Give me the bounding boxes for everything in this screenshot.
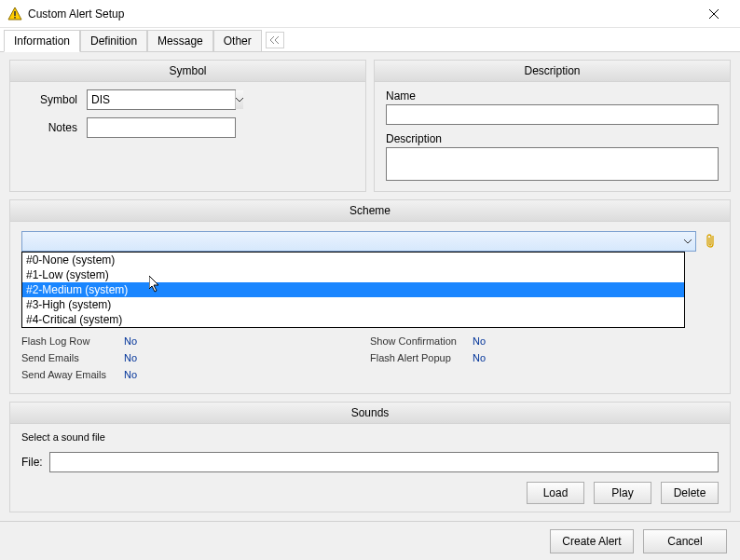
symbol-panel: Symbol Symbol Notes bbox=[9, 60, 366, 192]
delete-button[interactable]: Delete bbox=[661, 482, 719, 504]
symbol-combo[interactable] bbox=[87, 89, 236, 110]
tab-other[interactable]: Other bbox=[213, 30, 262, 51]
description-panel-title: Description bbox=[375, 61, 730, 82]
alert-icon bbox=[7, 7, 22, 21]
dialog-footer: Create Alert Cancel bbox=[0, 521, 740, 560]
play-button[interactable]: Play bbox=[594, 482, 651, 504]
sounds-panel: Sounds Select a sound file File: Load Pl… bbox=[9, 402, 731, 512]
sounds-hint: Select a sound file bbox=[21, 431, 719, 443]
prop-label: Show Confirmation bbox=[370, 335, 473, 347]
svg-rect-2 bbox=[14, 17, 16, 19]
close-button[interactable] bbox=[695, 0, 733, 28]
name-input[interactable] bbox=[386, 104, 719, 125]
window-title: Custom Alert Setup bbox=[28, 7, 695, 20]
scheme-option-0[interactable]: #0-None (system) bbox=[22, 253, 684, 267]
attachment-icon[interactable] bbox=[704, 231, 719, 252]
tab-bar: Information Definition Message Other bbox=[0, 28, 740, 52]
description-panel: Description Name Description bbox=[374, 60, 731, 192]
svg-rect-1 bbox=[14, 11, 16, 16]
prop-value: No bbox=[124, 352, 137, 363]
chevron-down-icon[interactable] bbox=[235, 90, 243, 109]
prop-value: No bbox=[124, 335, 137, 347]
window: Custom Alert Setup Information Definitio… bbox=[0, 0, 740, 560]
tab-definition[interactable]: Definition bbox=[80, 30, 147, 51]
prop-value: No bbox=[473, 352, 486, 363]
description-input[interactable] bbox=[386, 147, 719, 181]
file-input[interactable] bbox=[49, 452, 719, 472]
tab-content: Symbol Symbol Notes bbox=[0, 52, 740, 521]
scheme-combo[interactable] bbox=[21, 231, 696, 252]
titlebar: Custom Alert Setup bbox=[0, 0, 740, 28]
scheme-panel: Scheme #0-None (system) #1-Low (sy bbox=[9, 199, 731, 394]
prop-label: Send Away Emails bbox=[21, 369, 124, 380]
symbol-panel-title: Symbol bbox=[10, 61, 365, 82]
notes-input[interactable] bbox=[87, 117, 236, 138]
cancel-button[interactable]: Cancel bbox=[643, 529, 727, 553]
scheme-option-2[interactable]: #2-Medium (system) bbox=[22, 282, 684, 297]
file-label: File: bbox=[21, 456, 49, 469]
prop-value: No bbox=[473, 335, 486, 347]
name-label: Name bbox=[386, 89, 719, 102]
prop-label: Send Emails bbox=[21, 352, 124, 363]
prop-label: Flash Alert Popup bbox=[370, 352, 473, 363]
chevron-down-icon[interactable] bbox=[680, 238, 695, 246]
tab-message[interactable]: Message bbox=[147, 30, 213, 51]
scheme-dropdown-list[interactable]: #0-None (system) #1-Low (system) #2-Medi… bbox=[21, 252, 685, 328]
tab-scroll-button[interactable] bbox=[266, 32, 284, 48]
scheme-option-4[interactable]: #4-Critical (system) bbox=[22, 312, 684, 327]
create-alert-button[interactable]: Create Alert bbox=[550, 529, 634, 553]
load-button[interactable]: Load bbox=[527, 482, 584, 504]
scheme-panel-title: Scheme bbox=[10, 200, 730, 222]
notes-label: Notes bbox=[21, 121, 77, 134]
prop-value: No bbox=[124, 369, 137, 380]
scheme-properties: Flash Log RowNo Send EmailsNo Send Away … bbox=[21, 335, 719, 386]
symbol-input[interactable] bbox=[88, 90, 235, 109]
tab-information[interactable]: Information bbox=[4, 30, 80, 52]
scheme-option-1[interactable]: #1-Low (system) bbox=[22, 267, 684, 282]
symbol-label: Symbol bbox=[21, 93, 77, 106]
description-label: Description bbox=[386, 132, 719, 145]
prop-label: Flash Log Row bbox=[21, 335, 124, 347]
scheme-option-3[interactable]: #3-High (system) bbox=[22, 297, 684, 312]
sounds-panel-title: Sounds bbox=[10, 403, 730, 424]
